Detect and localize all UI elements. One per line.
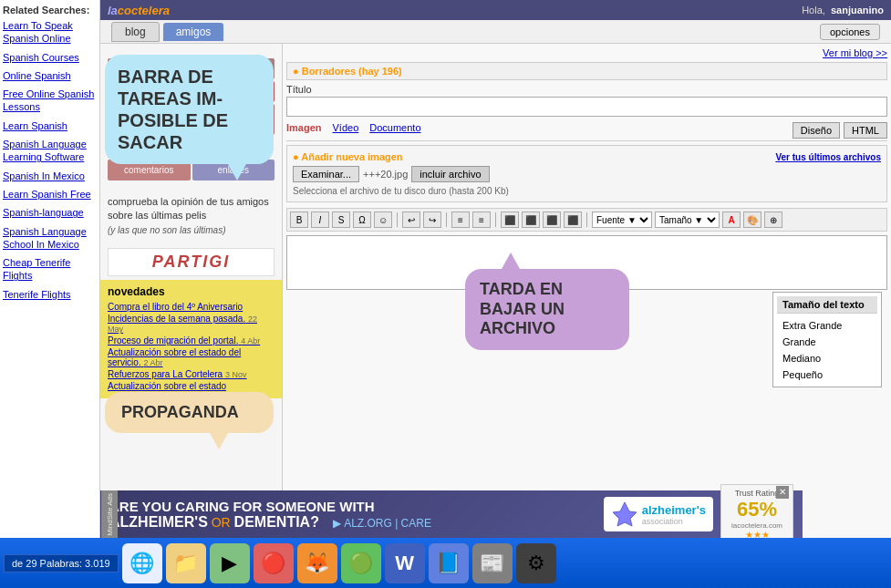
media-tab-documento[interactable]: Documento [369,122,420,139]
media-tab-video[interactable]: Vídeo [333,122,359,139]
related-searches-title: Related Searches: [3,5,97,15]
sidebar-link-2[interactable]: Online Spanish [3,69,97,82]
taskbar-dark-button[interactable]: ⚙ [516,543,556,583]
browser-topbar: lacoctelera Hola, sanjuanino [100,0,891,20]
taskbar-info: de 29 Palabras: 3.019 [4,554,119,573]
novedades-item-0[interactable]: Compra el libro del 4º Aniversario [108,302,275,312]
borradores-header: ● Borradores (hay 196) [286,62,887,80]
ad-vertical-label: MindSite Ads [101,490,118,538]
list2-button[interactable]: ≡ [472,211,491,228]
font-size-extra-grande[interactable]: Extra Grande [777,317,877,334]
sidebar-link-7[interactable]: Learn Spanish Free [3,188,97,201]
ie-icon: 🌐 [130,552,154,575]
upload-note: Selecciona el archivo de tu disco duro (… [293,186,881,196]
blue2-icon: 📘 [436,552,461,575]
sidebar-link-11[interactable]: Tenerife Flights [3,288,97,301]
sidebar-link-8[interactable]: Spanish-language [3,206,97,219]
ver-ultimos-link[interactable]: Ver tus últimos archivos [775,152,881,162]
examinar-button[interactable]: Examinar... [293,166,359,182]
bold-button[interactable]: B [290,211,308,228]
green-icon: 🟢 [348,552,373,575]
taskbar-word-button[interactable]: W [385,543,425,583]
taskbar-red-button[interactable]: 🔴 [254,543,294,583]
ad-text: ARE YOU CARING FOR SOMEONE WITH ALZHEIME… [109,499,595,531]
taskbar-folder-button[interactable]: 📁 [166,543,206,583]
sidebar-link-1[interactable]: Spanish Courses [3,51,97,64]
toolbar-sep-1 [397,212,398,227]
strikethrough-button[interactable]: S [332,211,350,228]
align-center-button[interactable]: ⬛ [522,211,540,228]
bgcolor-button[interactable]: 🎨 [743,211,761,228]
toolbar-sep-4 [586,212,587,227]
smiley-button[interactable]: ☺ [374,211,392,228]
novedades-item-4[interactable]: Refuerzos para La Cortelera 3 Nov [108,369,275,379]
red-icon: 🔴 [261,552,285,575]
titulo-input[interactable] [286,97,887,117]
nueva-imagen-title: ● Añadir nueva imagen Ver tus últimos ar… [293,151,881,162]
ver-mi-blog: Ver mi blog >> [286,47,887,58]
novedades-item-5[interactable]: Actualización sobre el estado [108,381,275,391]
alz-ribbon-icon [611,500,638,528]
font-size-mediano[interactable]: Mediano [777,350,877,366]
image-upload-section: ● Añadir nueva imagen Ver tus últimos ar… [286,145,887,202]
opciones-button[interactable]: opciones [820,24,880,40]
sidebar: Related Searches: Learn To Speak Spanish… [0,0,100,538]
list-button[interactable]: ≡ [451,211,470,228]
taskbar: de 29 Palabras: 3.019 🌐 📁 ▶ 🔴 🦊 🟢 W 📘 📰 … [0,538,891,588]
novedades-item-3[interactable]: Actualización sobre el estado del servic… [108,347,275,367]
novedades-item-1[interactable]: Incidencias de la semana pasada. 22 May [108,314,275,334]
browser-nav: blog amigos opciones [100,20,891,44]
redo-button[interactable]: ↪ [423,211,441,228]
titulo-label: Título [286,84,887,95]
undo-button[interactable]: ↩ [402,211,420,228]
ad-close-button[interactable]: ✕ [776,486,789,499]
diseno-button[interactable]: Diseño [793,122,840,139]
font-size-panel: Tamaño del texto Extra Grande Grande Med… [772,292,882,387]
html-button[interactable]: HTML [844,122,887,139]
align-justify-button[interactable]: ⬛ [564,211,582,228]
align-left-button[interactable]: ⬛ [501,211,519,228]
tab-blog[interactable]: blog [111,22,160,42]
ad-bar: ARE YOU CARING FOR SOMEONE WITH ALZHEIME… [100,490,803,538]
taskbar-gray-button[interactable]: 📰 [472,543,513,583]
novedades-title: novedades [108,285,275,298]
font-size-grande[interactable]: Grande [777,334,877,350]
taskbar-ie-button[interactable]: 🌐 [122,543,162,583]
taskbar-blue2-button[interactable]: 📘 [429,543,469,583]
taskbar-firefox-button[interactable]: 🦊 [297,543,337,583]
dark-icon: ⚙ [527,552,545,575]
file-hint: +++20.jpg [363,169,408,180]
italic-button[interactable]: I [311,211,329,228]
novedades-item-2[interactable]: Proceso de migración del portal. 4 Abr [108,335,275,346]
upload-row: Examinar... +++20.jpg incluir archivo [293,166,881,182]
blog-promo-text: comprueba la opinión de tus amigos sobre… [100,188,282,244]
media-icon: ▶ [222,552,237,575]
font-size-title: Tamaño del texto [777,296,877,314]
sidebar-link-10[interactable]: Cheap Tenerife Flights [3,256,97,283]
media-tab-imagen[interactable]: Imagen [286,122,322,139]
taskbar-green-button[interactable]: 🟢 [341,543,381,583]
font-size-pequeno[interactable]: Pequeño [777,366,877,383]
greeting-text: Hola, sanjuanino [802,5,884,15]
font-size-select[interactable]: Tamaño ▼ [655,211,720,228]
sidebar-link-5[interactable]: Spanish Language Learning Software [3,138,97,164]
callout-tarda: TARDA EN BAJAR UN ARCHIVO [465,269,629,350]
folder-icon: 📁 [173,552,198,575]
tab-amigos[interactable]: amigos [163,23,224,41]
partigi-banner: PARTIGI [108,248,275,276]
taskbar-media-button[interactable]: ▶ [210,543,250,583]
sidebar-link-9[interactable]: Spanish Language School In Mexico [3,225,97,252]
alz-logo: alzheimer's association [604,497,713,531]
font-color-button[interactable]: A [722,211,741,228]
sidebar-link-6[interactable]: Spanish In Mexico [3,170,97,182]
incluir-button[interactable]: incluir archivo [411,166,489,182]
sidebar-link-3[interactable]: Free Online Spanish Lessons [3,88,97,114]
gray-icon: 📰 [480,552,504,575]
firefox-icon: 🦊 [305,552,329,575]
special-button[interactable]: Ω [353,211,371,228]
font-family-select[interactable]: Fuente ▼ [592,211,652,228]
align-right-button[interactable]: ⬛ [543,211,561,228]
more-button[interactable]: ⊕ [764,211,782,228]
sidebar-link-0[interactable]: Learn To Speak Spanish Online [3,19,97,46]
sidebar-link-4[interactable]: Learn Spanish [3,119,97,132]
